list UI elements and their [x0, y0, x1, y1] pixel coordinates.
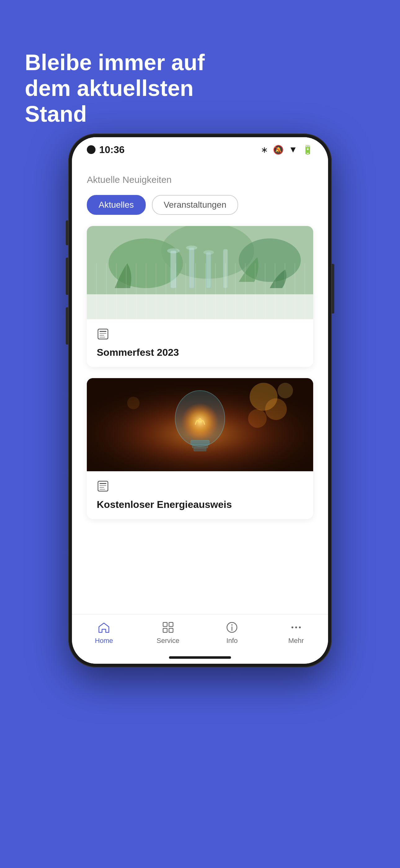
svg-point-23 — [127, 397, 139, 409]
camera-dot — [87, 145, 96, 154]
home-icon — [97, 621, 111, 634]
newspaper-icon — [97, 328, 109, 340]
svg-rect-25 — [191, 440, 209, 445]
nav-item-service[interactable]: Service — [136, 621, 200, 645]
svg-rect-26 — [192, 445, 208, 448]
svg-rect-29 — [98, 481, 108, 491]
wifi-icon: ▼ — [289, 145, 297, 155]
svg-point-21 — [277, 383, 293, 398]
svg-rect-34 — [163, 622, 167, 626]
svg-rect-14 — [100, 333, 106, 334]
info-icon — [225, 621, 239, 634]
svg-point-40 — [231, 624, 233, 625]
hero-headline: Bleibe immer auf dem aktuellsten Stand — [25, 50, 242, 127]
pill-aktuelles[interactable]: Aktuelles — [87, 195, 146, 215]
more-icon — [289, 621, 303, 634]
svg-point-43 — [299, 626, 301, 628]
bulb-svg — [87, 378, 313, 471]
svg-rect-36 — [163, 628, 167, 632]
phone-screen: 10:36 ∗ 🔕 ▼ 🔋 Aktuelle Neuigkeiten Aktue… — [72, 137, 328, 664]
card-energieausweis[interactable]: Kostenloser Energieausweis — [87, 378, 313, 519]
bell-icon: 🔕 — [273, 145, 284, 155]
power-button — [332, 264, 334, 314]
nav-label-home: Home — [95, 637, 113, 645]
nav-item-mehr[interactable]: Mehr — [264, 621, 328, 645]
svg-rect-12 — [98, 329, 108, 339]
svg-rect-6 — [189, 248, 194, 288]
svg-rect-13 — [100, 331, 106, 332]
svg-rect-10 — [223, 249, 228, 288]
status-bar: 10:36 ∗ 🔕 ▼ 🔋 — [72, 137, 328, 162]
bulb-image — [87, 378, 313, 471]
card-body-sommerfest: Sommerfest 2023 — [87, 319, 313, 367]
status-icons: ∗ 🔕 ▼ 🔋 — [261, 145, 313, 155]
battery-icon: 🔋 — [302, 145, 313, 155]
status-time: 10:36 — [99, 144, 125, 156]
section-title: Aktuelle Neuigkeiten — [87, 175, 313, 185]
svg-rect-31 — [100, 485, 106, 486]
svg-rect-11 — [87, 294, 313, 319]
svg-rect-16 — [100, 337, 105, 337]
sommerfest-image — [87, 226, 313, 319]
svg-point-42 — [295, 626, 297, 628]
content-area: Aktuelle Neuigkeiten Aktuelles Veranstal… — [72, 162, 328, 614]
svg-point-20 — [265, 398, 287, 420]
card-image-sommerfest — [87, 226, 313, 319]
filter-pills: Aktuelles Veranstaltungen — [87, 195, 313, 215]
svg-rect-15 — [100, 335, 104, 336]
pill-veranstaltungen[interactable]: Veranstaltungen — [152, 195, 238, 215]
volume-down-button — [66, 258, 68, 295]
phone-frame: 10:36 ∗ 🔕 ▼ 🔋 Aktuelle Neuigkeiten Aktue… — [68, 133, 332, 668]
svg-rect-32 — [100, 487, 104, 488]
nav-label-info: Info — [226, 637, 238, 645]
volume-up-button — [66, 220, 68, 245]
svg-rect-33 — [100, 489, 105, 490]
nav-label-service: Service — [157, 637, 179, 645]
sommerfest-svg — [87, 226, 313, 319]
card-body-energieausweis: Kostenloser Energieausweis — [87, 471, 313, 519]
svg-point-3 — [239, 239, 301, 282]
svg-rect-27 — [194, 448, 206, 451]
silent-button — [66, 307, 68, 345]
svg-point-7 — [186, 246, 197, 250]
card-image-bulb — [87, 378, 313, 471]
nav-label-mehr: Mehr — [288, 637, 304, 645]
bluetooth-icon: ∗ — [261, 145, 268, 155]
grid-icon — [161, 621, 175, 634]
svg-point-9 — [203, 250, 214, 254]
card-sommerfest[interactable]: Sommerfest 2023 — [87, 226, 313, 367]
nav-item-home[interactable]: Home — [72, 621, 136, 645]
svg-rect-8 — [206, 252, 211, 288]
status-left: 10:36 — [87, 144, 125, 156]
svg-point-41 — [292, 626, 293, 628]
card-icon-energieausweis — [97, 480, 303, 495]
card-title-energieausweis: Kostenloser Energieausweis — [97, 499, 303, 510]
svg-rect-37 — [169, 628, 173, 632]
card-title-sommerfest: Sommerfest 2023 — [97, 347, 303, 358]
svg-point-22 — [248, 409, 267, 428]
nav-item-info[interactable]: Info — [200, 621, 264, 645]
svg-rect-30 — [100, 483, 106, 484]
card-icon-sommerfest — [97, 328, 303, 343]
svg-point-28 — [181, 403, 219, 440]
newspaper-icon-2 — [97, 480, 109, 492]
svg-rect-4 — [171, 251, 176, 288]
svg-rect-35 — [169, 622, 173, 626]
home-indicator — [169, 656, 231, 659]
svg-point-5 — [167, 248, 179, 253]
